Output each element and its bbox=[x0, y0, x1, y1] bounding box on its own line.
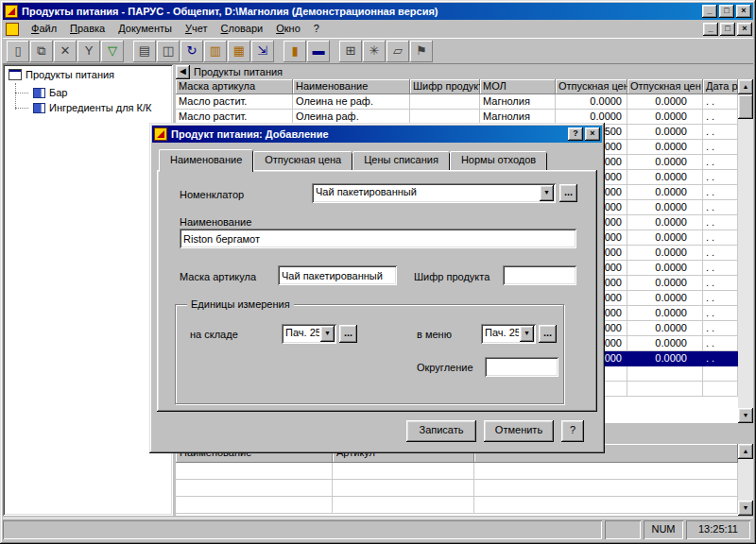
article-mask-label: Маска артикула bbox=[180, 271, 256, 282]
menu-unit-value: Пач. 25 bbox=[485, 327, 519, 338]
menu-file[interactable]: Файл bbox=[25, 21, 63, 37]
mdi-restore-icon[interactable]: □ bbox=[720, 23, 735, 36]
column-header[interactable]: Шифр продукта bbox=[410, 79, 480, 94]
catalog-icon[interactable]: ▮ bbox=[284, 41, 306, 62]
stock-unit-browse-button[interactable]: ... bbox=[339, 325, 357, 343]
chevron-down-icon[interactable]: ▼ bbox=[540, 185, 554, 201]
export-icon[interactable]: ⇲ bbox=[251, 41, 274, 62]
tab-4[interactable]: Нормы отходов bbox=[450, 151, 547, 170]
tree-panel: Продукты питания БарИнгредиенты для К/К bbox=[3, 64, 173, 516]
folder-icon[interactable]: ▱ bbox=[387, 41, 409, 62]
clock: 13:25:11 bbox=[686, 520, 750, 539]
table-row[interactable] bbox=[176, 480, 738, 497]
maximize-icon[interactable]: □ bbox=[719, 5, 734, 18]
mdi-close-icon[interactable]: × bbox=[737, 23, 752, 36]
menubar: ФайлПравкаДокументыУчетСловариОкно? _ □ … bbox=[3, 20, 753, 38]
dialog-title: Продукт питания: Добавление bbox=[171, 128, 329, 140]
dialog-titlebar: Продукт питания: Добавление ? × bbox=[152, 126, 602, 143]
flag-icon[interactable]: ⚑ bbox=[410, 41, 433, 62]
bottom-grid-vscrollbar[interactable]: ▲ ▼ bbox=[738, 444, 753, 516]
tree-item-1[interactable]: Бар bbox=[33, 85, 151, 100]
chevron-down-icon[interactable]: ▼ bbox=[320, 326, 335, 342]
save-button[interactable]: Записать bbox=[406, 420, 476, 442]
menu-unit-browse-button[interactable]: ... bbox=[539, 325, 557, 343]
report-icon[interactable]: ▬ bbox=[307, 41, 330, 62]
dialog-close-icon[interactable]: × bbox=[585, 128, 600, 141]
grid-caption-label: Продукты питания bbox=[194, 66, 283, 77]
toolbar: ▯⧉✕Y▽▤◫↻▥▦⇲▮▬⊞✳▱⚑ bbox=[3, 38, 753, 64]
nomenclator-value: Чай пакетированный bbox=[316, 186, 539, 197]
grid-column-headers: Маска артикулаНаименованиеШифр продуктаМ… bbox=[176, 79, 753, 94]
book-icon bbox=[33, 103, 45, 113]
units-groupbox: Единицы измерения на складе Пач. 25 ▼ ..… bbox=[175, 304, 564, 404]
help-button[interactable]: ? bbox=[561, 420, 584, 442]
scroll-down-icon[interactable]: ▼ bbox=[738, 501, 753, 516]
copy-record-icon[interactable]: ⧉ bbox=[30, 41, 53, 62]
window-title: Продукты питания - ПАРУС - Общепит, D:\М… bbox=[22, 6, 438, 17]
refresh-icon[interactable]: ↻ bbox=[180, 41, 203, 62]
dialog-help-icon[interactable]: ? bbox=[568, 128, 583, 141]
tree-item-label: Ингредиенты для К/К bbox=[49, 102, 151, 113]
table-row[interactable] bbox=[176, 497, 738, 514]
column-header[interactable]: Маска артикула bbox=[176, 79, 293, 94]
filter-icon[interactable]: ▽ bbox=[101, 41, 124, 62]
nomenclator-browse-button[interactable]: ... bbox=[559, 184, 577, 202]
name-label: Наименование bbox=[180, 216, 251, 228]
nomenclator-label: Номенклатор bbox=[180, 189, 244, 200]
column-header[interactable]: Наименование bbox=[293, 79, 410, 94]
table-row[interactable]: Масло растит.Олеина не раф.Магнолия0.000… bbox=[176, 94, 738, 110]
menu-window[interactable]: Окно bbox=[269, 21, 307, 37]
num-lock-indicator: NUM bbox=[644, 520, 683, 539]
sort-icon[interactable]: Y bbox=[77, 41, 100, 62]
toolbar-separator bbox=[125, 41, 133, 62]
menu-edit[interactable]: Правка bbox=[63, 21, 112, 37]
article-mask-input[interactable] bbox=[278, 265, 397, 285]
column-header[interactable]: МОЛ bbox=[480, 79, 556, 94]
dialog-icon bbox=[154, 128, 167, 141]
print-icon[interactable]: ▤ bbox=[133, 41, 156, 62]
units-group-label: Единицы измерения bbox=[187, 298, 294, 310]
scroll-up-icon[interactable]: ▲ bbox=[738, 79, 753, 94]
menu-unit-combo[interactable]: Пач. 25 ▼ bbox=[481, 324, 536, 344]
tab-1[interactable]: Наименование bbox=[159, 149, 253, 172]
scroll-thumb[interactable] bbox=[738, 94, 753, 119]
scroll-up-icon[interactable]: ▲ bbox=[738, 444, 753, 459]
product-code-input[interactable] bbox=[503, 265, 576, 285]
status-message bbox=[3, 520, 602, 539]
tree-item-root[interactable]: Продукты питания bbox=[9, 69, 114, 80]
scroll-down-icon[interactable]: ▼ bbox=[738, 408, 753, 423]
toolbar-separator bbox=[331, 41, 339, 62]
collapse-left-icon[interactable]: ◀ bbox=[176, 65, 190, 79]
menu-accounting[interactable]: Учет bbox=[179, 21, 215, 37]
tab-3[interactable]: Цены списания bbox=[352, 151, 450, 170]
rounding-input[interactable] bbox=[485, 357, 558, 377]
chevron-down-icon[interactable]: ▼ bbox=[520, 326, 534, 342]
stock-unit-combo[interactable]: Пач. 25 ▼ bbox=[282, 324, 336, 344]
toolbar-separator bbox=[275, 41, 284, 62]
column-header[interactable]: Дата ра bbox=[703, 79, 738, 94]
mdi-child-icon[interactable] bbox=[6, 23, 19, 36]
calculator-icon[interactable]: ⊞ bbox=[339, 41, 362, 62]
archive-icon[interactable]: ▦ bbox=[228, 41, 250, 62]
menu-documents[interactable]: Документы bbox=[112, 21, 179, 37]
menu-dictionaries[interactable]: Словари bbox=[214, 21, 269, 37]
cancel-button[interactable]: Отменить bbox=[484, 420, 554, 442]
attributes-icon[interactable]: ✳ bbox=[363, 41, 386, 62]
tab-2[interactable]: Отпускная цена bbox=[253, 151, 352, 170]
delete-record-icon[interactable]: ✕ bbox=[54, 41, 77, 62]
close-icon[interactable]: × bbox=[736, 5, 751, 18]
new-record-icon[interactable]: ▯ bbox=[7, 41, 29, 62]
nomenclator-combo[interactable]: Чай пакетированный ▼ bbox=[312, 183, 556, 203]
tree-item-2[interactable]: Ингредиенты для К/К bbox=[33, 100, 151, 115]
grid-vscrollbar[interactable]: ▲ ▼ bbox=[738, 79, 753, 423]
dictionary-icon[interactable]: ▥ bbox=[204, 41, 227, 62]
mdi-minimize-icon[interactable]: _ bbox=[703, 23, 718, 36]
column-header[interactable]: Отпускная цен bbox=[627, 79, 703, 94]
product-code-label: Шифр продукта bbox=[414, 271, 490, 282]
preview-icon[interactable]: ◫ bbox=[157, 41, 180, 62]
minimize-icon[interactable]: _ bbox=[702, 5, 717, 18]
name-input[interactable] bbox=[180, 229, 576, 248]
table-row[interactable] bbox=[176, 463, 738, 480]
column-header[interactable]: Отпускная цен bbox=[556, 79, 627, 94]
menu-help[interactable]: ? bbox=[307, 21, 326, 37]
